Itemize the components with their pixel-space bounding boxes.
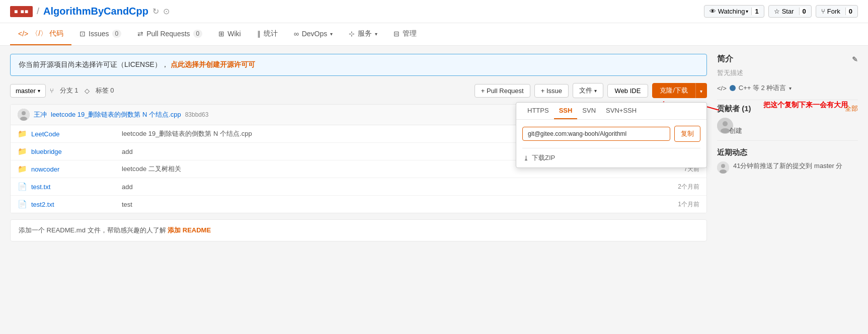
fork-count: 0 <box>845 8 852 15</box>
clone-section: 克隆/下载 ▾ HTTPS SSH SVN SVN+SSH <box>652 83 707 98</box>
clone-chevron-icon: ▾ <box>700 89 702 94</box>
right-panel: 简介 ✎ 暂无描述 </> C++ 等 2 种语言 ▾ 贡献者 (1) 全部 近… <box>717 54 858 241</box>
services-icon: ⊹ <box>349 30 355 38</box>
clone-tab-https[interactable]: HTTPS <box>522 103 554 119</box>
license-link[interactable]: 点此选择并创建开源许可可 <box>171 60 255 68</box>
file-name[interactable]: LeetCode <box>31 130 122 138</box>
wiki-icon: ⊞ <box>218 30 224 38</box>
file-time: 2个月前 <box>678 183 699 191</box>
readme-link[interactable]: 添加 README <box>168 226 211 234</box>
file-commit: test <box>122 201 678 208</box>
star-button[interactable]: ☆ Star 0 <box>768 5 812 18</box>
webide-button[interactable]: Web IDE <box>607 84 649 98</box>
star-icon: ☆ <box>774 8 780 15</box>
logo: ■ ■■ <box>10 6 33 17</box>
repo-toolbar: master ▾ ⑂ 分支 1 ◇ 标签 0 + Pull Request + … <box>10 83 707 98</box>
file-name[interactable]: nowcoder <box>31 165 122 173</box>
download-zip-button[interactable]: ⤓ 下载ZIP <box>516 148 706 168</box>
tag-count: 标签 0 <box>96 86 114 95</box>
fork-button[interactable]: ⑂ Fork 0 <box>816 5 858 18</box>
tab-manage[interactable]: ⊟ 管理 <box>385 23 425 45</box>
commit-author[interactable]: 王冲 <box>34 110 47 119</box>
issues-icon: ⊡ <box>80 30 86 38</box>
settings-icon[interactable]: ⊙ <box>163 7 170 16</box>
svg-point-2 <box>20 117 27 121</box>
tab-pullrequests[interactable]: ⇄ Pull Requests 0 <box>129 24 210 45</box>
contrib-all-link[interactable]: 全部 <box>845 104 858 114</box>
commit-message[interactable]: leetcode 19_删除链表的倒数第 N 个结点.cpp <box>51 110 181 119</box>
tab-issues[interactable]: ⊡ Issues 0 <box>71 24 129 45</box>
lang-dropdown-icon: ▾ <box>789 86 792 91</box>
commit-hash: 83bbd63 <box>185 111 209 118</box>
commit-avatar <box>18 109 30 121</box>
tab-pr-label: Pull Requests <box>146 30 190 38</box>
watching-label: Watching <box>718 8 745 15</box>
code-lang-icon: </> <box>717 85 727 92</box>
clone-tab-ssh[interactable]: SSH <box>554 103 578 119</box>
branch-name: master <box>16 87 36 95</box>
tab-wiki-label: Wiki <box>227 30 241 38</box>
branch-selector[interactable]: master ▾ <box>10 84 46 98</box>
copy-button[interactable]: 复制 <box>674 126 700 142</box>
file-name[interactable]: bluebridge <box>31 148 122 155</box>
tab-services[interactable]: ⊹ 服务 ▾ <box>341 23 385 45</box>
main-content: 你当前开源项目尚未选择许可证（LICENSE）， 点此选择并创建开源许可可 ma… <box>0 46 868 249</box>
pull-request-button[interactable]: + Pull Request <box>475 84 530 98</box>
star-label: Star <box>782 8 794 15</box>
devops-dropdown-icon: ▾ <box>330 31 333 37</box>
clone-popup-content: HTTPS SSH SVN SVN+SSH 复制 ⤓ 下载ZIP <box>516 102 707 168</box>
left-panel: 你当前开源项目尚未选择许可证（LICENSE）， 点此选择并创建开源许可可 ma… <box>10 54 707 241</box>
tab-stats[interactable]: ∥ 统计 <box>249 23 286 45</box>
stats-icon: ∥ <box>257 30 261 38</box>
table-row: 📄 test.txt add 2个月前 <box>11 178 706 196</box>
header: ■ ■■ / AlgorithmByCandCpp ↻ ⊙ 👁 Watching… <box>0 0 868 23</box>
branch-icon: ⑂ <box>50 87 54 95</box>
svg-point-7 <box>721 164 725 168</box>
repo-name[interactable]: AlgorithmByCandCpp <box>43 6 148 17</box>
file-name[interactable]: test.txt <box>31 183 122 191</box>
table-row: 📄 test2.txt test 1个月前 <box>11 196 706 213</box>
intro-label: 简介 <box>717 54 733 64</box>
clone-url-row: 复制 <box>516 120 706 148</box>
file-icon: 📄 <box>18 200 27 209</box>
no-description: 暂无描述 <box>717 68 858 77</box>
clone-tab-svn[interactable]: SVN <box>577 103 601 119</box>
eye-icon: 👁 <box>709 8 716 15</box>
tab-stats-label: 统计 <box>264 29 278 38</box>
pr-icon: ⇄ <box>137 30 143 38</box>
tab-wiki[interactable]: ⊞ Wiki <box>210 24 249 45</box>
readme-text: 添加一个 README.md 文件，帮助感兴趣的人了解 <box>19 226 166 234</box>
refresh-icon[interactable]: ↻ <box>152 7 159 16</box>
tab-code[interactable]: </> 〈/〉 代码 <box>10 23 71 45</box>
watch-button[interactable]: 👁 Watching ▾ 1 <box>704 5 764 18</box>
clone-button[interactable]: 克隆/下载 <box>652 83 695 98</box>
edit-intro-icon[interactable]: ✎ <box>852 55 858 63</box>
fork-icon: ⑂ <box>821 8 825 15</box>
clone-dropdown-button[interactable]: ▾ <box>695 83 707 98</box>
clone-url-input[interactable] <box>522 127 670 141</box>
folder-icon: 📁 <box>18 129 27 138</box>
clone-tabs: HTTPS SSH SVN SVN+SSH <box>516 103 706 120</box>
file-button[interactable]: 文件 ▾ <box>573 83 603 98</box>
intro-section-title: 简介 ✎ <box>717 54 858 64</box>
file-btn-label: 文件 <box>579 87 592 94</box>
file-time: 1个月前 <box>678 200 699 209</box>
contrib-label: 贡献者 (1) <box>717 104 751 114</box>
star-count: 0 <box>799 8 806 15</box>
tab-issues-label: Issues <box>89 30 109 38</box>
clone-tab-svnssh[interactable]: SVN+SSH <box>601 103 642 119</box>
file-name[interactable]: test2.txt <box>31 201 122 208</box>
pr-badge: 0 <box>193 30 203 38</box>
activity-text: 41分钟前推送了新的提交到 master 分 <box>733 161 842 171</box>
language-row[interactable]: </> C++ 等 2 种语言 ▾ <box>717 84 858 93</box>
download-icon: ⤓ <box>523 154 529 162</box>
activity-section-title: 近期动态 <box>717 148 858 157</box>
header-right: 👁 Watching ▾ 1 ☆ Star 0 ⑂ Fork 0 <box>704 5 858 18</box>
folder-icon: 📁 <box>18 147 27 156</box>
clone-label: 克隆/下载 <box>660 86 688 95</box>
file-dropdown-icon: ▾ <box>594 88 597 94</box>
separator: / <box>37 6 39 17</box>
tab-devops[interactable]: ∞ DevOps ▾ <box>286 24 341 45</box>
logo-text: ■ ■■ <box>14 8 29 15</box>
issue-button[interactable]: + Issue <box>534 84 569 98</box>
